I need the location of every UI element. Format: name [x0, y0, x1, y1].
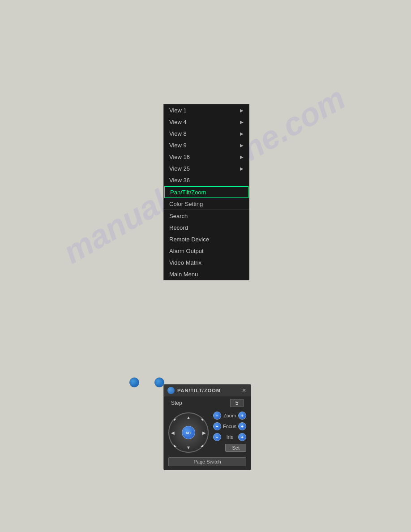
ptz-panel: PAN/TILT/ZOOM ✕ Step ▲ ▼ ◀ ▶ ◤ ◥ ◣ ◢ SIT: [163, 384, 251, 470]
iris-minus-button[interactable]: −: [213, 433, 221, 441]
zoom-plus-button[interactable]: +: [238, 412, 246, 420]
ptz-page-switch-row: Page Switch: [164, 457, 251, 470]
menu-item-view1[interactable]: View 1 ▶: [164, 104, 249, 116]
context-menu: View 1 ▶ View 4 ▶ View 8 ▶ View 9 ▶ View…: [163, 104, 249, 280]
ptz-page-switch-button[interactable]: Page Switch: [168, 457, 246, 466]
dpad: ▲ ▼ ◀ ▶ ◤ ◥ ◣ ◢ SIT: [168, 412, 209, 453]
ptz-step-label: Step: [171, 400, 182, 406]
dpad-down-button[interactable]: ▼: [186, 445, 191, 450]
menu-item-view8[interactable]: View 8 ▶: [164, 128, 249, 139]
menu-item-main-menu[interactable]: Main Menu: [164, 268, 249, 280]
ptz-iris-row: − Iris +: [213, 433, 246, 441]
dpad-upright-button[interactable]: ◥: [201, 418, 203, 422]
ptz-titlebar: PAN/TILT/ZOOM ✕: [164, 385, 251, 396]
menu-item-alarm-output[interactable]: Alarm Output: [164, 245, 249, 257]
dpad-up-button[interactable]: ▲: [186, 415, 191, 420]
ptz-set-button[interactable]: Set: [225, 444, 246, 452]
ptz-step-row: Step: [164, 396, 251, 410]
focus-plus-button[interactable]: +: [238, 422, 246, 430]
ptz-set-row: Set: [213, 444, 246, 454]
zoom-minus-button[interactable]: −: [213, 412, 221, 420]
zoom-label: Zoom: [223, 413, 236, 418]
focus-minus-button[interactable]: −: [213, 422, 221, 430]
focus-label: Focus: [223, 424, 236, 429]
menu-item-view16[interactable]: View 16 ▶: [164, 151, 249, 163]
menu-item-color-setting[interactable]: Color Setting: [164, 198, 249, 210]
iris-plus-button[interactable]: +: [238, 433, 246, 441]
arrow-icon: ▶: [240, 131, 244, 136]
small-icon-2[interactable]: [154, 378, 164, 387]
ptz-right-controls: − Zoom + − Focus + − Iris + Set: [213, 412, 246, 454]
menu-item-search[interactable]: Search: [164, 210, 249, 222]
menu-item-remote-device[interactable]: Remote Device: [164, 233, 249, 245]
arrow-icon: ▶: [240, 143, 244, 148]
menu-item-view9[interactable]: View 9 ▶: [164, 139, 249, 151]
arrow-icon: ▶: [240, 166, 244, 171]
arrow-icon: ▶: [240, 120, 244, 124]
dpad-downleft-button[interactable]: ◣: [174, 443, 176, 447]
arrow-icon: ▶: [240, 154, 244, 159]
menu-item-record[interactable]: Record: [164, 222, 249, 233]
small-icon-1[interactable]: [129, 378, 139, 387]
dpad-upleft-button[interactable]: ◤: [174, 418, 176, 422]
ptz-body: ▲ ▼ ◀ ▶ ◤ ◥ ◣ ◢ SIT − Zoom + − Focus +: [164, 410, 251, 457]
menu-item-pan-tilt-zoom[interactable]: Pan/Tilt/Zoom: [164, 186, 248, 198]
ptz-step-input[interactable]: [230, 399, 244, 407]
arrow-icon: ▶: [240, 108, 244, 113]
menu-item-view4[interactable]: View 4 ▶: [164, 116, 249, 128]
dpad-downright-button[interactable]: ◢: [201, 443, 203, 447]
menu-item-video-matrix[interactable]: Video Matrix: [164, 257, 249, 268]
dpad-right-button[interactable]: ▶: [202, 430, 206, 435]
dpad-center-button[interactable]: SIT: [182, 426, 195, 439]
ptz-focus-row: − Focus +: [213, 422, 246, 430]
menu-item-view25[interactable]: View 25 ▶: [164, 163, 249, 174]
ptz-title-icon: [167, 387, 175, 394]
dpad-ring: ▲ ▼ ◀ ▶ ◤ ◥ ◣ ◢ SIT: [168, 412, 209, 453]
menu-item-view36[interactable]: View 36: [164, 174, 249, 186]
ptz-zoom-row: − Zoom +: [213, 412, 246, 420]
ptz-titlebar-left: PAN/TILT/ZOOM: [167, 387, 221, 394]
iris-label: Iris: [223, 434, 236, 440]
ptz-title-text: PAN/TILT/ZOOM: [177, 388, 221, 393]
ptz-close-button[interactable]: ✕: [241, 387, 247, 394]
dpad-left-button[interactable]: ◀: [171, 430, 175, 435]
